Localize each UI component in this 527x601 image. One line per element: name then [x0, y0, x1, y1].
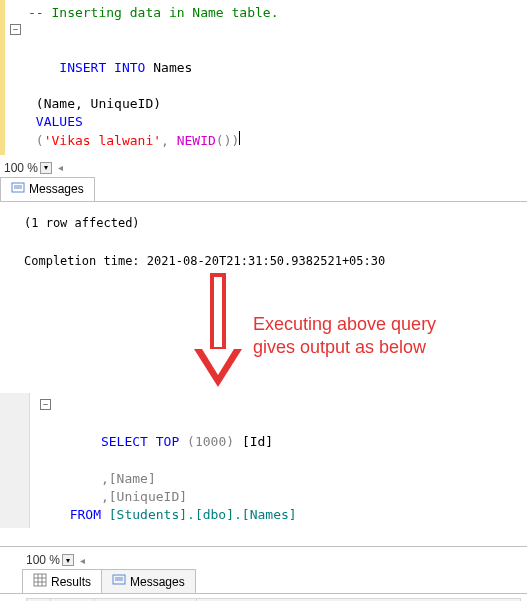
completion-time: Completion time: 2021-08-20T21:31:50.938…: [24, 252, 519, 271]
annotation: Executing above query gives output as be…: [0, 283, 527, 393]
sql-top-kw: TOP: [156, 434, 179, 449]
zoom-control: 100 % ▾ ◂: [0, 155, 527, 177]
zoom-control-bottom: 100 % ▾ ◂: [0, 547, 527, 569]
sql-comment: -- Inserting data in Name table.: [28, 5, 278, 20]
editor-gutter: [0, 393, 30, 528]
sql-values-kw: VALUES: [36, 114, 83, 129]
sql-from-path: [Students].[dbo].[Names]: [109, 507, 297, 522]
sql-editor-bottom[interactable]: − SELECT TOP (1000) [Id] ,[Name] ,[Uniqu…: [30, 393, 527, 528]
fold-minus-icon[interactable]: −: [40, 399, 51, 410]
scroll-left-icon[interactable]: ◂: [58, 162, 63, 173]
paren-close: ()): [216, 133, 239, 148]
zoom-value: 100 %: [4, 161, 38, 175]
tab-messages-bottom[interactable]: Messages: [101, 569, 196, 593]
results-section: 100 % ▾ ◂ Results Messages Id Name Uniqu…: [0, 546, 527, 601]
svg-rect-5: [214, 277, 222, 347]
messages-label-bottom: Messages: [130, 575, 185, 589]
zoom-dropdown[interactable]: ▾: [40, 162, 52, 174]
arrow-down-icon: [190, 273, 246, 393]
annotation-text: Executing above query gives output as be…: [253, 313, 436, 360]
paren-open: (: [36, 133, 44, 148]
messages-icon: [112, 573, 126, 590]
annotation-line2: gives output as below: [253, 336, 436, 359]
text-cursor: [239, 131, 240, 145]
annotation-line1: Executing above query: [253, 313, 436, 336]
sql-top-n: (1000): [187, 434, 234, 449]
fold-minus-icon[interactable]: −: [10, 24, 21, 35]
results-tabs: Results Messages: [0, 569, 527, 594]
sql-col-id: [Id]: [242, 434, 273, 449]
zoom-value-bottom: 100 %: [26, 553, 60, 567]
sql-editor-bottom-wrap: − SELECT TOP (1000) [Id] ,[Name] ,[Uniqu…: [0, 393, 527, 528]
sql-table-name: Names: [153, 60, 192, 75]
messages-output: (1 row affected) Completion time: 2021-0…: [0, 202, 527, 284]
sql-insert-into: INSERT INTO: [59, 60, 145, 75]
sql-string: 'Vikas lalwani': [44, 133, 161, 148]
svg-rect-7: [34, 574, 46, 586]
rows-affected: (1 row affected): [24, 214, 519, 233]
sql-col-name: ,[Name]: [101, 471, 156, 486]
messages-label: Messages: [29, 182, 84, 196]
results-label: Results: [51, 575, 91, 589]
sql-editor-top[interactable]: -- Inserting data in Name table. − INSER…: [0, 0, 527, 155]
tab-messages[interactable]: Messages: [0, 177, 95, 201]
sql-columns: (Name, UniqueID): [36, 96, 161, 111]
results-grid-wrap: Id Name UniqueID 11Hitesh18D40E8C-B1EA-4…: [0, 594, 527, 601]
sql-newid-func: NEWID: [177, 133, 216, 148]
grid-icon: [33, 573, 47, 590]
sql-col-uid: ,[UniqueID]: [101, 489, 187, 504]
tab-results[interactable]: Results: [22, 569, 102, 593]
messages-icon: [11, 181, 25, 198]
scroll-left-icon[interactable]: ◂: [80, 555, 85, 566]
zoom-dropdown-bottom[interactable]: ▾: [62, 554, 74, 566]
output-tabs: Messages: [0, 177, 527, 202]
sql-select-kw: SELECT: [101, 434, 148, 449]
sql-from-kw: FROM: [70, 507, 101, 522]
